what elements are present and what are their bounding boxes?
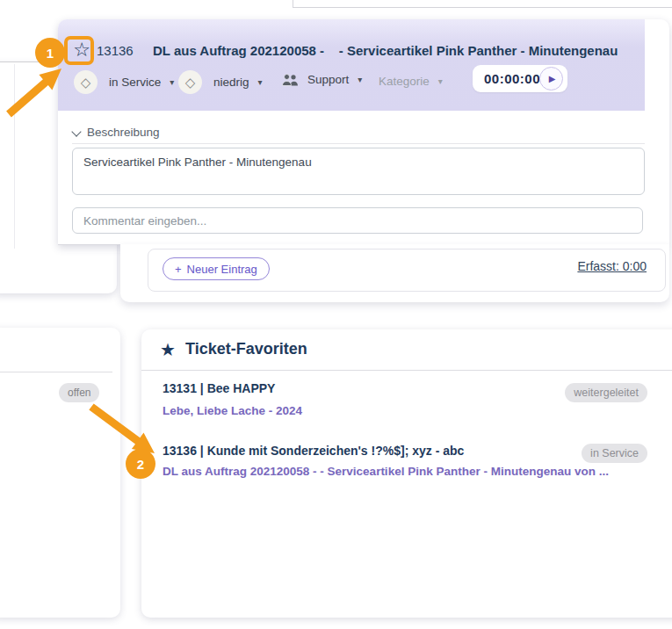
category-dropdown[interactable]: Kategorie ▾ [379,75,443,88]
chevron-down-icon: ▾ [258,77,263,87]
entries-footer-card: + Neuer Eintrag Erfasst: 0:00 [148,249,666,292]
status-dropdown[interactable]: ◇ in Service ▾ [74,70,174,94]
status-diamond-icon: ◇ [74,70,98,94]
description-section-label: Beschreibung [87,126,160,139]
people-icon [282,74,299,86]
priority-label: niedrig [213,76,249,89]
annotation-step-1-badge: 1 [35,38,65,68]
ticket-detail-card: ☆ 13136 DL aus Auftrag 202120058 - - Ser… [58,19,669,245]
description-field[interactable]: Serviceartikel Pink Panther - Minutengen… [72,148,645,195]
favorite-item-status-badge: weitergeleitet [565,383,647,402]
favorite-item-status-badge: in Service [582,444,647,463]
timer-play-button[interactable]: ▶ [539,67,563,90]
recorded-time-link[interactable]: Erfasst: 0:00 [577,259,647,273]
top-card-left-edge [293,0,293,7]
favorite-item-title[interactable]: 13131 | Bee HAPPY [163,381,275,395]
annotation-highlight-box [64,36,94,65]
new-entry-label: Neuer Eintrag [187,263,257,276]
top-card-bottom-edge [293,7,672,8]
timer-value: 00:00:00 [484,71,540,86]
star-filled-icon: ★ [160,339,176,360]
priority-dropdown[interactable]: ◇ niedrig ▾ [178,70,263,94]
collapse-chevron-icon[interactable] [71,127,81,136]
time-tracker: 00:00:00 ▶ [473,65,567,92]
ticket-number: 13136 [97,43,134,58]
favorite-item-title[interactable]: 13136 | Kunde mit Sonderzeichen's !?%$];… [163,444,464,458]
description-divider [72,143,645,144]
left-panel-bottom-card: offen [0,328,120,618]
comment-input[interactable] [72,207,643,234]
new-entry-button[interactable]: + Neuer Eintrag [163,257,270,280]
play-icon: ▶ [549,74,556,83]
description-text: Serviceartikel Pink Panther - Minutengen… [83,155,312,169]
plus-icon: + [175,263,182,276]
ticket-favorites-card: ★ Ticket-Favoriten 13131 | Bee HAPPY wei… [141,329,672,618]
chevron-down-icon: ▾ [358,75,362,84]
favorite-item-subtitle-link[interactable]: Lebe, Liebe Lache - 2024 [163,404,302,417]
left-panel-inner-divider [14,64,15,249]
status-label: in Service [109,76,161,89]
category-label: Kategorie [379,75,430,88]
ticket-header: ☆ 13136 DL aus Auftrag 202120058 - - Ser… [58,19,645,111]
favorites-divider [141,370,672,371]
team-dropdown[interactable]: Support ▾ [282,73,362,86]
favorites-heading: Ticket-Favoriten [185,340,307,358]
left-panel-divider [0,372,112,372]
annotation-step-2-badge: 2 [126,449,155,479]
chevron-down-icon: ▾ [170,77,174,87]
ticket-title: DL aus Auftrag 202120058 - - Servicearti… [153,43,640,58]
priority-diamond-icon: ◇ [178,70,202,94]
chevron-down-icon: ▾ [438,76,443,86]
app-screenshot: { "annotation": { "step1": "1", "step2":… [0,0,672,629]
status-badge-offen: offen [59,383,99,402]
team-label: Support [307,73,349,86]
favorite-item-subtitle-link[interactable]: DL aus Auftrag 202120058 - - Servicearti… [163,465,609,478]
